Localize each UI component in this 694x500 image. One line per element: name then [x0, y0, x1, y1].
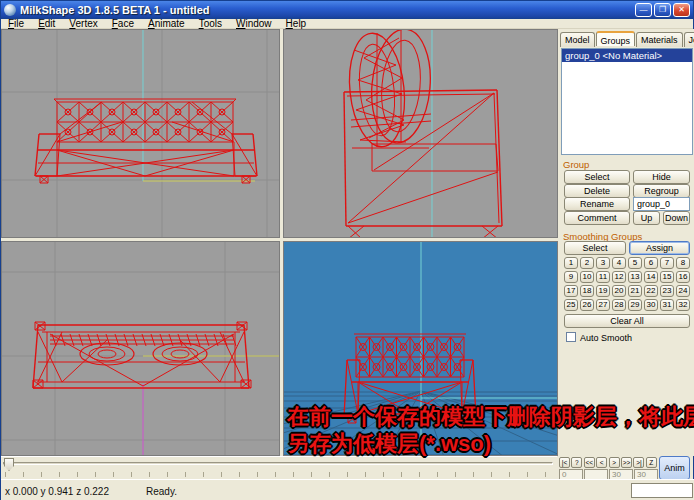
top-view-wireframe: [2, 242, 280, 456]
smoothing-group-button-3[interactable]: 3: [596, 257, 610, 269]
panel-tabs: ModelGroupsMaterialsJoints: [560, 32, 694, 47]
maximize-button[interactable]: ❐: [654, 3, 671, 17]
smoothing-group-button-10[interactable]: 10: [580, 271, 594, 283]
window-title: MilkShape 3D 1.8.5 BETA 1 - untitled: [20, 4, 635, 16]
menu-bar: FileEditVertexFaceAnimateToolsWindowHelp: [1, 19, 693, 29]
smoothing-group-button-17[interactable]: 17: [564, 285, 578, 297]
front-view-wireframe: [2, 30, 280, 238]
menu-item-face[interactable]: Face: [105, 19, 141, 29]
menu-item-edit[interactable]: Edit: [31, 19, 62, 29]
anim-toggle-button[interactable]: Anim: [659, 456, 690, 480]
anim-nav-button-4[interactable]: >: [609, 457, 620, 468]
anim-nav-button-0[interactable]: |<: [559, 457, 570, 468]
app-logo-icon: [4, 4, 16, 16]
smoothing-group-button-15[interactable]: 15: [660, 271, 674, 283]
smoothing-group-button-31[interactable]: 31: [660, 299, 674, 311]
group-section-label: Group: [563, 159, 589, 170]
title-bar[interactable]: MilkShape 3D 1.8.5 BETA 1 - untitled — ❐…: [1, 1, 693, 19]
smoothing-group-button-27[interactable]: 27: [596, 299, 610, 311]
smoothing-group-button-30[interactable]: 30: [644, 299, 658, 311]
smoothing-group-button-22[interactable]: 22: [644, 285, 658, 297]
group-delete-button[interactable]: Delete: [564, 184, 630, 198]
status-bar: x 0.000 y 0.941 z 0.222 Ready.: [1, 479, 694, 500]
smoothing-group-button-5[interactable]: 5: [628, 257, 642, 269]
smoothing-group-button-24[interactable]: 24: [676, 285, 690, 297]
smoothing-group-button-11[interactable]: 11: [596, 271, 610, 283]
smoothing-group-button-1[interactable]: 1: [564, 257, 578, 269]
smoothing-group-button-28[interactable]: 28: [612, 299, 626, 311]
smoothing-group-button-14[interactable]: 14: [644, 271, 658, 283]
timeline-slider-thumb[interactable]: [4, 458, 14, 471]
smoothing-group-button-29[interactable]: 29: [628, 299, 642, 311]
close-button[interactable]: ✕: [673, 3, 690, 17]
smoothing-group-button-4[interactable]: 4: [612, 257, 626, 269]
group-down-button[interactable]: Down: [663, 211, 690, 225]
smoothing-group-button-25[interactable]: 25: [564, 299, 578, 311]
app-window: MilkShape 3D 1.8.5 BETA 1 - untitled — ❐…: [0, 0, 694, 500]
smoothing-group-button-32[interactable]: 32: [676, 299, 690, 311]
menu-item-file[interactable]: File: [1, 19, 31, 29]
tab-materials[interactable]: Materials: [636, 32, 683, 47]
annotation-line2: 另存为低模层(*.wso): [287, 430, 694, 457]
anim-nav-button-1[interactable]: ?: [571, 457, 582, 468]
status-field: [631, 483, 693, 498]
anim-nav-button-6[interactable]: >|: [633, 457, 644, 468]
smoothing-group-button-16[interactable]: 16: [676, 271, 690, 283]
timeline-ticks: [5, 472, 553, 477]
tab-groups[interactable]: Groups: [596, 31, 636, 46]
side-view-wireframe: [284, 30, 558, 238]
smoothing-assign-button[interactable]: Assign: [629, 241, 690, 255]
auto-smooth-checkbox[interactable]: [566, 332, 576, 342]
smoothing-select-button[interactable]: Select: [564, 241, 626, 255]
group-rename-button[interactable]: Rename: [564, 197, 630, 211]
group-regroup-button[interactable]: Regroup: [633, 184, 690, 198]
viewport-front[interactable]: [1, 29, 280, 238]
smoothing-group-button-20[interactable]: 20: [612, 285, 626, 297]
minimize-button[interactable]: —: [635, 3, 652, 17]
smoothing-group-button-18[interactable]: 18: [580, 285, 594, 297]
menu-item-vertex[interactable]: Vertex: [62, 19, 104, 29]
annotation-overlay: 在前一个保存的模型下删除阴影层，将此层 另存为低模层(*.wso): [287, 403, 694, 457]
viewport-top[interactable]: [1, 241, 280, 456]
anim-nav-button-5[interactable]: >>: [621, 457, 632, 468]
smoothing-group-button-26[interactable]: 26: [580, 299, 594, 311]
group-name-input[interactable]: group_0: [633, 197, 690, 211]
smoothing-group-button-6[interactable]: 6: [644, 257, 658, 269]
status-coordinates: x 0.000 y 0.941 z 0.222: [5, 486, 109, 497]
smoothing-group-button-7[interactable]: 7: [660, 257, 674, 269]
group-list-item[interactable]: group_0 <No Material>: [562, 49, 692, 62]
menu-item-tools[interactable]: Tools: [192, 19, 229, 29]
auto-smooth-label: Auto Smooth: [580, 333, 632, 343]
smoothing-group-button-13[interactable]: 13: [628, 271, 642, 283]
anim-nav-button-3[interactable]: <: [596, 457, 607, 468]
smoothing-group-button-8[interactable]: 8: [676, 257, 690, 269]
group-up-button[interactable]: Up: [633, 211, 660, 225]
anim-nav-button-2[interactable]: <<: [584, 457, 595, 468]
group-select-button[interactable]: Select: [564, 170, 630, 184]
animation-timeline[interactable]: [1, 456, 557, 479]
viewport-side[interactable]: [283, 29, 558, 238]
menu-item-animate[interactable]: Animate: [141, 19, 192, 29]
group-hide-button[interactable]: Hide: [633, 170, 690, 184]
menu-item-help[interactable]: Help: [279, 19, 314, 29]
smoothing-group-button-9[interactable]: 9: [564, 271, 578, 283]
group-comment-button[interactable]: Comment: [564, 211, 630, 225]
smoothing-group-button-21[interactable]: 21: [628, 285, 642, 297]
timeline-track[interactable]: [3, 462, 553, 465]
anim-nav-button-7[interactable]: Z: [646, 457, 657, 468]
side-panel: ModelGroupsMaterialsJoints group_0 <No M…: [559, 29, 694, 456]
anim-controls: |<?<<<>>>>|Z 03030 Anim: [558, 456, 694, 481]
menu-item-window[interactable]: Window: [229, 19, 279, 29]
clear-all-button[interactable]: Clear All: [564, 314, 690, 328]
tab-joints[interactable]: Joints: [684, 32, 694, 47]
groups-listbox[interactable]: group_0 <No Material>: [561, 48, 693, 155]
tab-model[interactable]: Model: [560, 32, 595, 47]
smoothing-group-button-23[interactable]: 23: [660, 285, 674, 297]
status-message: Ready.: [146, 486, 177, 497]
smoothing-group-button-12[interactable]: 12: [612, 271, 626, 283]
annotation-line1: 在前一个保存的模型下删除阴影层，将此层: [287, 403, 694, 430]
smoothing-group-button-19[interactable]: 19: [596, 285, 610, 297]
smoothing-group-button-2[interactable]: 2: [580, 257, 594, 269]
